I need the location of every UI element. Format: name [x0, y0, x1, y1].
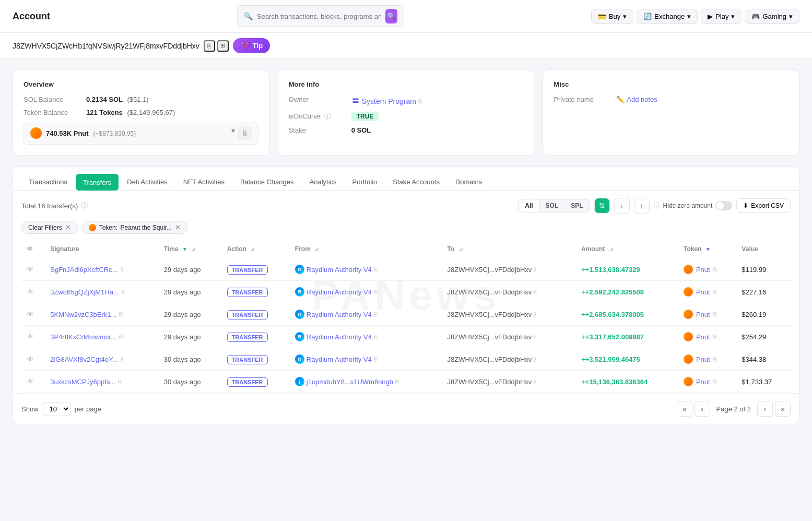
signature-copy-icon[interactable]: ⎘ — [119, 334, 123, 340]
exchange-button[interactable]: 🔄 Exchange ▾ — [637, 9, 698, 24]
time-sort-icon[interactable]: ▼ — [182, 246, 187, 252]
signature-copy-icon[interactable]: ⎘ — [118, 378, 122, 385]
filter-all[interactable]: All — [519, 199, 539, 212]
gaming-button[interactable]: 🎮 Gaming ▾ — [745, 9, 799, 24]
qr-code-button[interactable]: ⊞ — [217, 40, 229, 52]
signature-link[interactable]: SgFnJAdi6pXcftCRc... — [50, 266, 117, 274]
token-copy-icon[interactable]: ⎘ — [713, 289, 717, 295]
to-copy-icon[interactable]: ⎘ — [534, 378, 537, 385]
from-link[interactable]: j j1opmdubY8...s1UWm6nngb ⎘ — [295, 377, 437, 386]
filter-spl[interactable]: SPL — [564, 199, 589, 212]
search-input[interactable] — [257, 13, 381, 20]
token-copy-icon[interactable]: ⎘ — [713, 378, 717, 385]
from-copy-icon[interactable]: ⎘ — [374, 356, 378, 362]
from-link[interactable]: R Raydium Authority V4 ⎘ — [295, 354, 437, 364]
to-copy-icon[interactable]: ⎘ — [534, 334, 537, 340]
to-copy-icon[interactable]: ⎘ — [534, 311, 537, 317]
token-link[interactable]: Pnut — [696, 266, 710, 274]
token-link[interactable]: Pnut — [696, 288, 710, 296]
sort-up-button[interactable]: ↑ — [634, 198, 650, 214]
token-copy-icon[interactable]: ⎘ — [713, 334, 717, 340]
token-sort-icon[interactable]: ▼ — [705, 246, 711, 252]
row-eye-button[interactable]: 👁 — [27, 310, 34, 318]
owner-copy-icon[interactable]: ⎘ — [418, 98, 422, 104]
row-eye-button[interactable]: 👁 — [27, 377, 34, 386]
row-eye-button[interactable]: 👁 — [27, 265, 34, 274]
token-dropdown[interactable]: 740.53K Pnut (~$873,830.95) ▾ ⎘ — [23, 122, 258, 145]
signature-link[interactable]: 3P4r8KxCrMmwmcr... — [50, 333, 116, 341]
from-copy-icon[interactable]: ⎘ — [374, 334, 378, 340]
signature-copy-icon[interactable]: ⎘ — [121, 266, 124, 273]
token-link[interactable]: Pnut — [696, 378, 710, 386]
from-link[interactable]: R Raydium Authority V4 ⎘ — [295, 265, 437, 274]
tab-transactions[interactable]: Transactions — [21, 174, 75, 190]
next-page-button[interactable]: › — [757, 401, 773, 417]
signature-link[interactable]: 5KMNw2vzC3bErk1... — [50, 311, 116, 318]
action-filter-icon[interactable]: ⊿ — [250, 246, 254, 252]
token-link[interactable]: Pnut — [696, 356, 710, 363]
time-filter-icon[interactable]: ⊿ — [191, 246, 195, 252]
from-filter-icon[interactable]: ⊿ — [314, 246, 319, 252]
to-copy-icon[interactable]: ⎘ — [534, 356, 537, 362]
row-eye-button[interactable]: 👁 — [27, 333, 34, 341]
row-eye-button[interactable]: 👁 — [27, 288, 34, 296]
row-signature-cell: 3uxkzsMCPJy6ppfs... ⎘ — [45, 371, 159, 393]
play-button[interactable]: ▶ Play ▾ — [701, 9, 742, 24]
first-page-button[interactable]: « — [677, 401, 692, 417]
from-copy-icon[interactable]: ⎘ — [374, 311, 378, 317]
row-amount-cell: ++1,513,638.47329 — [576, 258, 678, 281]
token-copy-icon[interactable]: ⎘ — [713, 311, 717, 317]
sort-down-button[interactable]: ↓ — [614, 198, 630, 214]
tab-portfolio[interactable]: Portfolio — [345, 174, 385, 190]
hide-zero-switch[interactable] — [715, 201, 732, 210]
token-copy-icon[interactable]: ⎘ — [713, 266, 717, 273]
per-page-select[interactable]: 10 20 50 — [43, 402, 70, 416]
last-page-button[interactable]: » — [775, 401, 791, 417]
tab-transfers[interactable]: Transfers — [76, 174, 119, 191]
signature-copy-icon[interactable]: ⎘ — [122, 289, 125, 295]
signature-copy-icon[interactable]: ⎘ — [121, 356, 124, 362]
to-filter-icon[interactable]: ⊿ — [458, 246, 463, 252]
add-notes-button[interactable]: ✏️ Add notes — [616, 96, 657, 103]
from-copy-icon[interactable]: ⎘ — [374, 289, 378, 295]
copy-address-button[interactable]: ⎘ — [204, 40, 215, 52]
amount-filter-icon[interactable]: ⊿ — [609, 246, 613, 252]
filter-sol[interactable]: SOL — [539, 199, 565, 212]
tab-balance-changes[interactable]: Balance Changes — [233, 174, 301, 190]
token-link[interactable]: Pnut — [696, 311, 710, 318]
tab-analytics[interactable]: Analytics — [302, 174, 344, 190]
buy-button[interactable]: 💳 Buy ▾ — [591, 9, 633, 24]
from-copy-icon[interactable]: ⎘ — [395, 378, 399, 385]
from-link[interactable]: R Raydium Authority V4 ⎘ — [295, 287, 437, 297]
search-button[interactable]: 🔍 — [385, 9, 397, 23]
from-link[interactable]: R Raydium Authority V4 ⎘ — [295, 332, 437, 341]
tab-domains[interactable]: Domains — [448, 174, 489, 190]
clear-filters-tag[interactable]: Clear Filters ✕ — [21, 221, 78, 234]
overview-title: Overview — [23, 80, 258, 88]
signature-copy-icon[interactable]: ⎘ — [119, 311, 123, 317]
token-copy-icon[interactable]: ⎘ — [713, 356, 717, 362]
from-link[interactable]: R Raydium Authority V4 ⎘ — [295, 310, 437, 319]
signature-link[interactable]: 3uxkzsMCPJy6ppfs... — [50, 378, 115, 386]
tip-button[interactable]: 💜 Tip — [233, 38, 270, 53]
to-copy-icon[interactable]: ⎘ — [534, 289, 537, 295]
token-filter-remove-icon[interactable]: ✕ — [175, 223, 181, 231]
signature-link[interactable]: 2iG8AVXf8v2Cgt4oY... — [50, 356, 118, 363]
token-copy-button[interactable]: ⎘ — [238, 126, 252, 140]
export-csv-button[interactable]: ⬇ Export CSV — [736, 198, 791, 213]
tab-defi-activities[interactable]: Defi Activities — [120, 174, 174, 190]
owner-link[interactable]: 〓 System Program ⎘ — [351, 96, 422, 106]
to-copy-icon[interactable]: ⎘ — [534, 266, 537, 273]
signature-link[interactable]: 3Zw865gQZjXjM1Ha... — [50, 288, 119, 296]
tab-nft-activities[interactable]: NFT Activities — [176, 174, 232, 190]
tab-stake-accounts[interactable]: Stake Accounts — [385, 174, 447, 190]
token-filter-tag[interactable]: Token: Peanut the Squir... ✕ — [82, 221, 187, 234]
row-eye-button[interactable]: 👁 — [27, 355, 34, 363]
token-link[interactable]: Pnut — [696, 333, 710, 341]
prev-page-button[interactable]: ‹ — [695, 401, 710, 417]
clear-filters-icon[interactable]: ✕ — [65, 223, 71, 231]
is-on-curve-row: isOnCurve ⓘ TRUE — [289, 112, 524, 121]
from-copy-icon[interactable]: ⎘ — [374, 266, 378, 273]
row-time: 29 days ago — [164, 311, 201, 318]
sort-updown-button[interactable]: ⇅ — [594, 198, 610, 214]
